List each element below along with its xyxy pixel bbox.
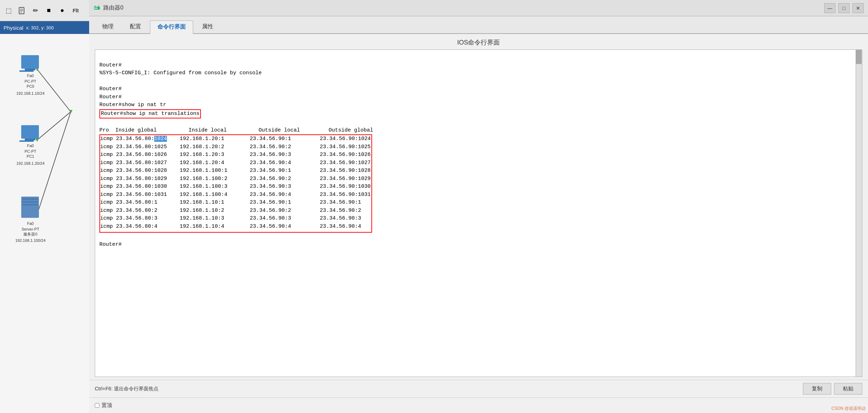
table-header: Pro Inside global Inside local Outside l… [99, 127, 373, 133]
router-icon [93, 5, 100, 12]
physical-text: Physical [4, 25, 23, 31]
tab-bar: 物理 配置 命令行界面 属性 [89, 16, 868, 34]
flt-icon[interactable]: Flt [70, 5, 81, 16]
line-3: Router# [99, 86, 122, 92]
tab-physical[interactable]: 物理 [95, 20, 121, 33]
coordinates-text: x: 302, y: 300 [26, 25, 54, 30]
title-bar-controls: — □ ✕ [824, 3, 864, 13]
svg-rect-27 [22, 201, 38, 203]
copy-button[interactable]: 复制 [803, 383, 831, 395]
window-title: 路由器0 [103, 4, 123, 12]
tab-cli[interactable]: 命令行界面 [150, 21, 193, 34]
note-icon[interactable] [16, 5, 28, 16]
svg-text:PC1: PC1 [27, 154, 34, 158]
topmost-label: 置顶 [102, 402, 112, 409]
svg-rect-13 [19, 70, 34, 72]
bottom-buttons: 复制 粘贴 [803, 383, 862, 395]
watermark: CSDN @逍遥明达 [831, 406, 866, 412]
page-title: IOS命令行界面 [89, 34, 868, 50]
svg-line-4 [37, 69, 71, 112]
svg-text:192.168.1.10/24: 192.168.1.10/24 [16, 91, 45, 95]
table-body: icmp 23.34.56.80:1024 192.168.1.20:1 23.… [99, 134, 372, 233]
topology-canvas: Fa0 PC-PT PC0 192.168.1.10/24 Fa0 PC-PT … [0, 34, 89, 413]
terminal-container[interactable]: Router# %SYS-5-CONFIG_I: Configured from… [95, 50, 862, 377]
svg-marker-9 [35, 138, 39, 142]
svg-rect-12 [25, 69, 35, 70]
topmost-checkbox-label[interactable]: 置顶 [95, 402, 112, 409]
overlay-bar: 置顶 [89, 397, 868, 413]
line-5: Router#show ip nat tr [99, 102, 166, 108]
ctrl-label: Ctrl+F6: 退出命令行界面焦点 [95, 386, 158, 392]
svg-text:Fa0: Fa0 [27, 144, 34, 148]
scrollbar[interactable] [856, 50, 862, 377]
close-button[interactable]: ✕ [852, 3, 864, 13]
line-4: Router# [99, 94, 122, 100]
tab-properties[interactable]: 属性 [195, 20, 221, 33]
rect-icon[interactable]: ■ [43, 5, 54, 16]
svg-rect-26 [22, 198, 38, 200]
svg-rect-11 [21, 55, 39, 69]
tab-config[interactable]: 配置 [122, 20, 149, 33]
svg-rect-28 [22, 204, 38, 205]
svg-text:192.168.1.20/24: 192.168.1.20/24 [16, 161, 45, 165]
svg-point-34 [94, 7, 96, 9]
svg-line-5 [37, 112, 71, 140]
svg-text:Server-PT: Server-PT [22, 227, 39, 231]
svg-text:PC-PT: PC-PT [25, 79, 36, 83]
terminal-content[interactable]: Router# %SYS-5-CONFIG_I: Configured from… [95, 50, 862, 377]
svg-text:服务器0: 服务器0 [23, 232, 37, 236]
left-panel: ⬚ ✏ ■ ● Flt Physical x: 302, y: 300 [0, 0, 89, 413]
cmd-highlight: Router#show ip nat translations [99, 109, 201, 119]
paste-button[interactable]: 粘贴 [834, 383, 862, 395]
physical-label: Physical x: 302, y: 300 [0, 21, 89, 34]
line-final: Router# [99, 242, 122, 248]
minimize-button[interactable]: — [824, 3, 835, 13]
line-2: %SYS-5-CONFIG_I: Configured from console… [99, 70, 262, 76]
svg-text:PC-PT: PC-PT [25, 149, 36, 153]
title-bar: 路由器0 — □ ✕ [89, 0, 868, 16]
svg-text:192.168.1.100/24: 192.168.1.100/24 [15, 238, 46, 243]
main-window: 路由器0 — □ ✕ 物理 配置 命令行界面 属性 IOS命令行界面 Route… [89, 0, 868, 413]
svg-text:Fa0: Fa0 [27, 74, 34, 78]
svg-text:PC0: PC0 [27, 84, 34, 88]
svg-rect-20 [19, 140, 34, 142]
circle-icon[interactable]: ● [57, 5, 68, 16]
svg-rect-19 [25, 139, 35, 140]
topmost-checkbox[interactable] [95, 403, 99, 408]
title-bar-left: 路由器0 [93, 4, 123, 12]
svg-point-35 [96, 7, 98, 9]
toolbar: ⬚ ✏ ■ ● Flt [0, 0, 89, 21]
pencil-icon[interactable]: ✏ [30, 5, 41, 16]
bottom-bar: Ctrl+F6: 退出命令行界面焦点 复制 粘贴 [89, 380, 868, 397]
svg-rect-18 [21, 125, 39, 139]
scrollbar-thumb[interactable] [856, 50, 862, 64]
select-icon[interactable]: ⬚ [3, 5, 14, 16]
svg-text:Fa0: Fa0 [27, 221, 34, 226]
line-1: Router# [99, 62, 122, 68]
maximize-button[interactable]: □ [838, 3, 850, 13]
